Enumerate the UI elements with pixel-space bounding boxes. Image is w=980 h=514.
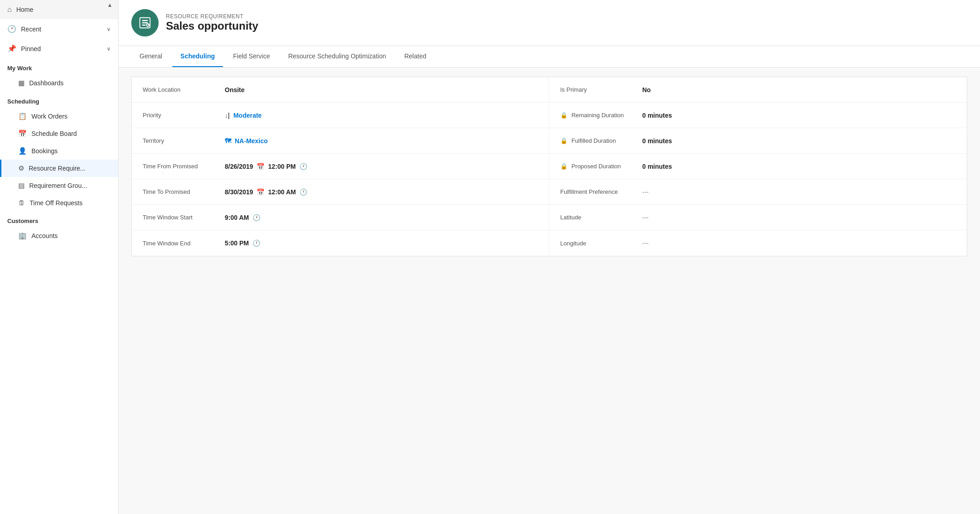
sidebar-item-time-off-requests[interactable]: 🗓 Time Off Requests [0,194,118,211]
schedule-board-icon: 📅 [18,130,27,138]
calendar-icon-2[interactable]: 📅 [257,188,264,196]
sidebar-bookings-label: Bookings [31,147,58,155]
time-window-end-time: 5:00 PM [225,239,249,247]
main-content: RESOURCE REQUIREMENT Sales opportunity G… [119,0,980,514]
time-to-promised-value: 8/30/2019 📅 12:00 AM 🕐 [225,188,307,196]
time-window-end-label: Time Window End [143,240,225,247]
sidebar-item-requirement-groups[interactable]: ▤ Requirement Grou... [0,177,118,194]
clock-icon-3[interactable]: 🕐 [253,214,260,221]
sidebar-item-accounts[interactable]: 🏢 Accounts [0,227,118,244]
territory-row: Territory 🗺 NA-Mexico [132,128,549,154]
is-primary-label: Is Primary [560,86,642,93]
sidebar-item-bookings[interactable]: 👤 Bookings [0,142,118,160]
bookings-icon: 👤 [18,147,27,155]
remaining-duration-label: 🔒 Remaining Duration [560,112,642,119]
sidebar: ▲ ⌂ Home 🕐 Recent ∨ 📌 Pinned ∨ My Work ▦… [0,0,119,514]
territory-value[interactable]: 🗺 NA-Mexico [225,137,268,145]
lock-icon-3: 🔒 [560,163,567,170]
sidebar-nav-pinned[interactable]: 📌 Pinned ∨ [0,39,118,58]
time-window-start-value: 9:00 AM 🕐 [225,214,260,221]
tab-general[interactable]: General [131,46,170,67]
sidebar-item-schedule-board[interactable]: 📅 Schedule Board [0,125,118,142]
longitude-row: Longitude --- [549,230,967,256]
tab-related[interactable]: Related [396,46,434,67]
my-work-section-header: My Work [0,58,118,74]
time-to-promised-label: Time To Promised [143,188,225,195]
pinned-chevron-icon: ∨ [107,46,111,52]
territory-label: Territory [143,137,225,144]
time-window-start-time: 9:00 AM [225,214,249,221]
time-to-time: 12:00 AM [268,188,296,196]
customers-section-header: Customers [0,211,118,227]
longitude-label: Longitude [560,240,642,247]
fulfilled-duration-value: 0 minutes [642,137,672,145]
lock-icon-2: 🔒 [560,137,567,144]
pinned-icon: 📌 [7,44,16,53]
recent-icon: 🕐 [7,25,16,33]
latitude-row: Latitude --- [549,205,967,230]
sidebar-resource-requirements-label: Resource Require... [29,165,86,172]
requirement-groups-icon: ▤ [18,182,25,190]
sidebar-nav-recent[interactable]: 🕐 Recent ∨ [0,19,118,39]
is-primary-row: Is Primary No [549,77,967,103]
clock-icon-1[interactable]: 🕐 [299,163,307,170]
sidebar-work-orders-label: Work Orders [31,113,67,120]
time-from-promised-row: Time From Promised 8/26/2019 📅 12:00 PM … [132,154,549,179]
time-window-start-row: Time Window Start 9:00 AM 🕐 [132,205,549,230]
fulfillment-preference-row: Fulfillment Preference --- [549,179,967,205]
sidebar-scroll-up[interactable]: ▲ [105,0,114,10]
record-type: RESOURCE REQUIREMENT [166,13,258,20]
fulfillment-preference-value: --- [642,188,649,196]
sidebar-home-label: Home [16,6,111,13]
svg-rect-1 [142,20,148,21]
tab-scheduling[interactable]: Scheduling [172,46,223,67]
sidebar-time-off-requests-label: Time Off Requests [30,199,83,207]
longitude-value: --- [642,239,649,247]
tab-resource-scheduling-optimization[interactable]: Resource Scheduling Optimization [280,46,394,67]
sidebar-recent-label: Recent [21,26,102,33]
sidebar-item-dashboards[interactable]: ▦ Dashboards [0,74,118,92]
right-column: Is Primary No 🔒 Remaining Duration 0 min… [549,77,967,256]
fulfilled-duration-label: 🔒 Fulfilled Duration [560,137,642,144]
work-location-label: Work Location [143,86,225,93]
priority-label: Priority [143,112,225,119]
work-location-value: Onsite [225,86,245,93]
remaining-duration-row: 🔒 Remaining Duration 0 minutes [549,103,967,128]
territory-link[interactable]: NA-Mexico [235,137,268,145]
clock-icon-4[interactable]: 🕐 [253,239,260,247]
sidebar-item-resource-requirements[interactable]: ⚙ Resource Require... [0,160,118,177]
sidebar-accounts-label: Accounts [31,232,58,239]
is-primary-value: No [642,86,651,93]
work-location-row: Work Location Onsite [132,77,549,103]
recent-chevron-icon: ∨ [107,26,111,32]
latitude-label: Latitude [560,214,642,221]
time-from-promised-label: Time From Promised [143,163,225,170]
sidebar-dashboards-label: Dashboards [29,79,64,87]
fulfillment-preference-label: Fulfillment Preference [560,188,642,195]
sidebar-nav-home[interactable]: ⌂ Home [0,0,118,19]
record-title-block: RESOURCE REQUIREMENT Sales opportunity [166,13,258,32]
record-icon [131,9,159,36]
record-header: RESOURCE REQUIREMENT Sales opportunity [119,0,980,46]
time-from-date: 8/26/2019 [225,163,253,170]
priority-value[interactable]: ↓| Moderate [225,112,262,119]
record-name: Sales opportunity [166,20,258,32]
form-content: Work Location Onsite Priority ↓| Moderat… [119,67,980,514]
sort-icon: ↓| [225,112,230,119]
fulfilled-duration-row: 🔒 Fulfilled Duration 0 minutes [549,128,967,154]
sidebar-item-work-orders[interactable]: 📋 Work Orders [0,108,118,125]
sidebar-requirement-groups-label: Requirement Grou... [29,182,87,189]
resource-requirement-icon [138,16,152,30]
time-window-end-value: 5:00 PM 🕐 [225,239,260,247]
sidebar-schedule-board-label: Schedule Board [31,130,77,137]
time-window-end-row: Time Window End 5:00 PM 🕐 [132,230,549,256]
proposed-duration-value: 0 minutes [642,163,672,170]
clock-icon-2[interactable]: 🕐 [299,188,307,196]
tab-field-service[interactable]: Field Service [225,46,278,67]
time-from-promised-value: 8/26/2019 📅 12:00 PM 🕐 [225,163,307,170]
calendar-icon-1[interactable]: 📅 [257,163,264,170]
priority-link[interactable]: Moderate [233,112,262,119]
time-window-start-label: Time Window Start [143,214,225,221]
left-column: Work Location Onsite Priority ↓| Moderat… [132,77,549,256]
svg-rect-2 [142,22,148,24]
